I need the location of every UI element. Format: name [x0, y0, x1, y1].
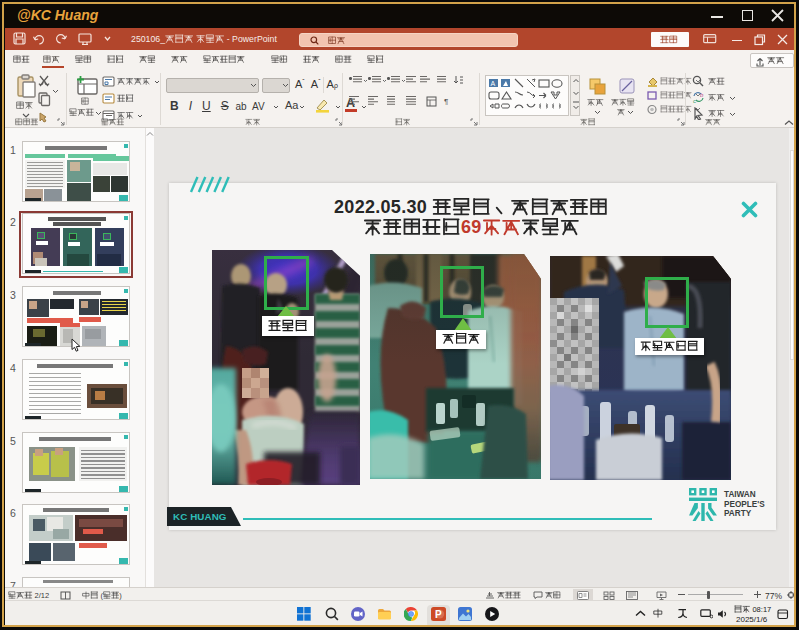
svg-text:c: c: [693, 98, 696, 104]
svg-text:P: P: [435, 608, 442, 619]
svg-text:6: 6: [461, 217, 471, 237]
svg-text:2: 2: [334, 197, 344, 217]
svg-text:0: 0: [380, 197, 390, 217]
svg-text:9: 9: [471, 217, 481, 237]
svg-text:b: b: [700, 92, 704, 98]
svg-text:7: 7: [767, 604, 771, 613]
svg-text:2: 2: [45, 590, 49, 599]
svg-text:2: 2: [354, 197, 364, 217]
svg-text:0: 0: [416, 197, 426, 217]
svg-text:0: 0: [344, 197, 354, 217]
svg-text:A: A: [491, 80, 496, 87]
svg-text:5: 5: [391, 197, 401, 217]
svg-text:_: _: [159, 34, 165, 44]
svg-text:2: 2: [365, 197, 375, 217]
svg-text:t: t: [274, 34, 277, 44]
svg-text:): ): [119, 590, 122, 599]
svg-text:3: 3: [406, 197, 416, 217]
svg-text:(: (: [100, 590, 103, 599]
svg-text:-: -: [227, 34, 230, 44]
